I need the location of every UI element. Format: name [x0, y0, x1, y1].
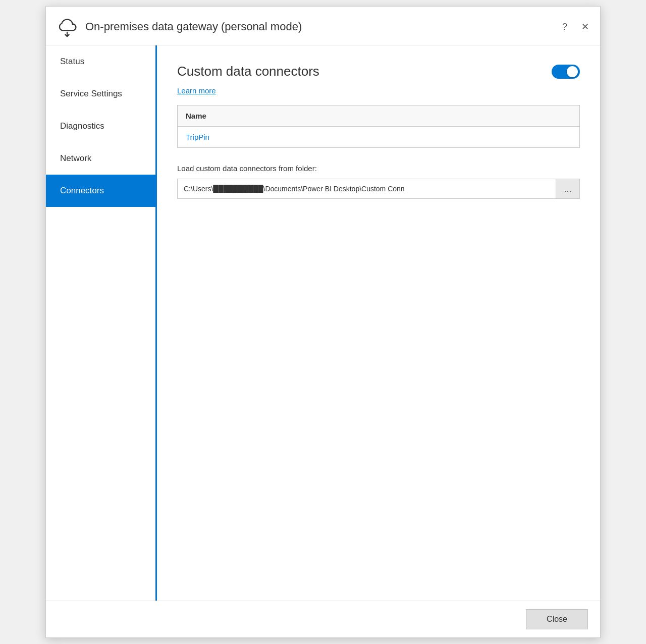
table-row: TripPin: [178, 127, 580, 148]
content-area: Custom data connectors Learn more Name: [157, 45, 600, 601]
browse-button[interactable]: ...: [556, 179, 580, 199]
app-title: On-premises data gateway (personal mode): [85, 20, 302, 33]
app-window: On-premises data gateway (personal mode)…: [45, 6, 601, 638]
sidebar: Status Service Settings Diagnostics Netw…: [46, 45, 157, 601]
folder-input-row: ...: [177, 179, 580, 199]
sidebar-item-network[interactable]: Network: [46, 142, 155, 175]
toggle-track: [552, 65, 580, 79]
sidebar-item-diagnostics-label: Diagnostics: [60, 121, 104, 131]
footer-bar: Close: [46, 601, 600, 637]
title-bar-left: On-premises data gateway (personal mode): [56, 16, 559, 38]
close-window-button[interactable]: ✕: [578, 20, 592, 33]
main-layout: Status Service Settings Diagnostics Netw…: [46, 45, 600, 601]
section-title: Custom data connectors: [177, 64, 319, 79]
sidebar-item-status[interactable]: Status: [46, 45, 155, 78]
folder-label: Load custom data connectors from folder:: [177, 164, 580, 173]
connector-name-cell: TripPin: [178, 127, 580, 148]
cloud-upload-icon: [56, 16, 78, 38]
custom-connectors-toggle[interactable]: [552, 65, 580, 79]
sidebar-item-diagnostics[interactable]: Diagnostics: [46, 110, 155, 142]
title-bar: On-premises data gateway (personal mode)…: [46, 7, 600, 45]
sidebar-item-service-settings-label: Service Settings: [60, 89, 122, 98]
toggle-thumb: [567, 66, 578, 77]
learn-more-link[interactable]: Learn more: [177, 86, 216, 95]
section-header: Custom data connectors: [177, 64, 580, 79]
sidebar-item-status-label: Status: [60, 57, 84, 66]
title-bar-controls: ? ✕: [559, 20, 592, 33]
sidebar-item-connectors[interactable]: Connectors: [46, 175, 155, 207]
close-button[interactable]: Close: [526, 609, 588, 629]
help-button[interactable]: ?: [559, 20, 570, 33]
sidebar-item-connectors-label: Connectors: [60, 186, 104, 195]
sidebar-item-network-label: Network: [60, 153, 91, 163]
sidebar-item-service-settings[interactable]: Service Settings: [46, 78, 155, 110]
connectors-table: Name TripPin: [177, 105, 580, 148]
folder-path-input[interactable]: [177, 179, 556, 199]
table-header-name: Name: [178, 105, 580, 127]
